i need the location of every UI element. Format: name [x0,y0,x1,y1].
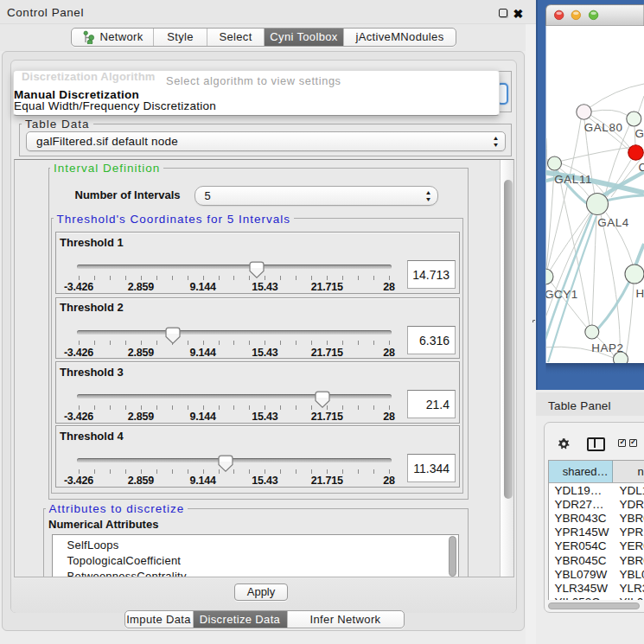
svg-text:GAL11: GAL11 [554,173,592,186]
svg-text:GCY1: GCY1 [545,288,578,301]
svg-text:GAL80: GAL80 [584,121,623,134]
svg-text:H: H [635,287,644,300]
svg-text:GAL4: GAL4 [597,216,629,229]
svg-text:GA: GA [635,127,644,140]
svg-text:C: C [639,161,644,174]
svg-text:HAP2: HAP2 [591,341,623,354]
